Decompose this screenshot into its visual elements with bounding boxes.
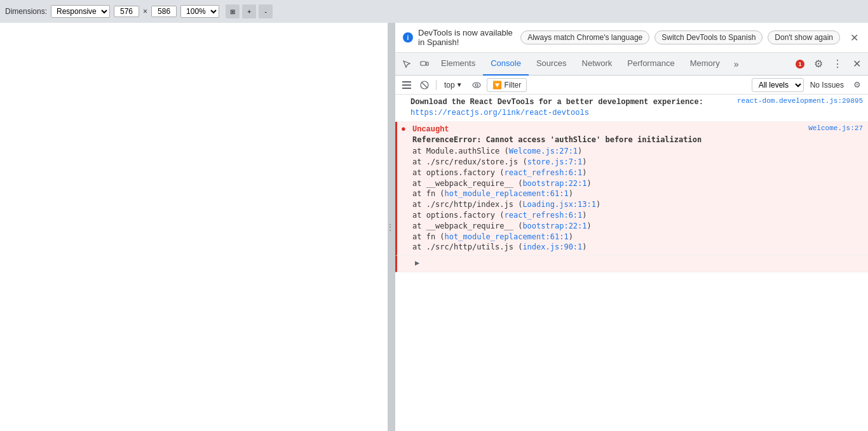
fit-icon[interactable]: ⊞ <box>226 4 240 18</box>
match-language-button[interactable]: Always match Chrome's language <box>520 30 649 44</box>
toolbar-separator-1 <box>436 80 437 90</box>
dimension-separator: × <box>143 7 147 16</box>
expand-content: ▶ <box>410 257 868 270</box>
dismiss-button[interactable]: Don't show again <box>768 30 840 44</box>
stack-line-1: at Module.authSlice (Welcome.js:27:1) <box>412 146 806 157</box>
zoom-select[interactable]: 100% <box>180 5 219 18</box>
stack-line-3: at options.factory (react_refresh:6:1) <box>412 168 806 178</box>
error-dot-icon: 1 <box>796 60 804 69</box>
clear-console-icon[interactable] <box>417 77 432 93</box>
info-icon: i <box>403 32 413 43</box>
info-row-icon <box>395 96 408 97</box>
svg-rect-1 <box>426 62 428 65</box>
error-location[interactable]: Welcome.js:27 <box>808 123 868 132</box>
stack-link-loading[interactable]: Loading.jsx:13:1 <box>522 200 596 209</box>
stack-link-react-refresh-1[interactable]: react_refresh:6:1 <box>505 168 583 177</box>
console-sidebar-icon[interactable] <box>399 77 414 93</box>
stack-link-bootstrap-2[interactable]: bootstrap:22:1 <box>522 222 587 230</box>
context-chevron-icon: ▼ <box>456 81 463 88</box>
error-text: ReferenceError: Cannot access 'authSlice… <box>412 135 702 144</box>
zoom-out-icon[interactable]: - <box>259 4 273 18</box>
page-content <box>0 23 391 431</box>
console-expand-row: ▶ <box>395 256 868 272</box>
console-settings-icon[interactable]: ⚙ <box>850 78 864 92</box>
notification-bar: i DevTools is now available in Spanish! … <box>395 23 868 53</box>
tab-network[interactable]: Network <box>574 53 620 76</box>
stack-line-9: at fn (hot_module_replacement:61:1) <box>412 232 806 242</box>
react-devtools-location[interactable]: react-dom.development.js:29895 <box>737 96 868 105</box>
devtools-tab-bar: Elements Console Sources Network Perform… <box>395 53 868 76</box>
stack-link-index[interactable]: index.js:90:1 <box>522 242 582 251</box>
filter-icon: 🔽 <box>492 81 502 90</box>
svg-point-7 <box>473 83 480 88</box>
console-output: Download the React DevTools for a better… <box>395 95 868 431</box>
svg-rect-3 <box>402 84 411 86</box>
stack-line-2: at ./src/redux/store.js (store.js:7:1) <box>412 157 806 168</box>
svg-point-8 <box>475 84 478 86</box>
svg-line-6 <box>422 83 427 88</box>
stack-link-store[interactable]: store.js:7:1 <box>527 157 583 166</box>
zoom-in-icon[interactable]: + <box>242 4 256 18</box>
console-row-error: ● Uncaught ReferenceError: Cannot access… <box>395 122 868 256</box>
stack-line-7: at options.factory (react_refresh:6:1) <box>412 210 806 221</box>
stack-line-6: at ./src/http/index.js (Loading.jsx:13:1… <box>412 199 806 210</box>
console-row-react-devtools: Download the React DevTools for a better… <box>395 95 868 122</box>
context-selector[interactable]: top ▼ <box>440 79 466 91</box>
console-toolbar: top ▼ 🔽 Filter All levels No Is <box>395 76 868 95</box>
more-tabs-icon[interactable]: » <box>728 55 745 73</box>
filter-input[interactable]: 🔽 Filter <box>487 78 527 92</box>
responsive-preset-select[interactable]: Responsive <box>51 5 110 18</box>
height-input[interactable] <box>151 6 177 17</box>
close-notification-icon[interactable]: ✕ <box>848 31 860 44</box>
notification-text: DevTools is now available in Spanish! <box>418 28 515 47</box>
viewport-resize-handle[interactable]: ⋮ <box>388 23 391 431</box>
error-circle-icon: ● <box>401 124 406 134</box>
stack-line-10: at ./src/http/utils.js (index.js:90:1) <box>412 242 806 253</box>
expand-button[interactable]: ▶ <box>412 258 422 269</box>
devtools-action-buttons: 1 ⚙ ⋮ ✕ <box>792 55 865 73</box>
tab-performance[interactable]: Performance <box>620 53 682 76</box>
devtools-panel: i DevTools is now available in Spanish! … <box>395 23 868 431</box>
stack-line-5: at fn (hot_module_replacement:61:1) <box>412 189 806 199</box>
dimensions-label: Dimensions: <box>5 7 47 16</box>
settings-icon[interactable]: ⚙ <box>810 55 827 73</box>
tab-elements[interactable]: Elements <box>433 53 483 76</box>
device-toggle-icon[interactable] <box>416 55 433 73</box>
stack-link-react-refresh-2[interactable]: react_refresh:6:1 <box>505 211 583 220</box>
more-options-icon[interactable]: ⋮ <box>829 55 846 73</box>
error-message-content: Uncaught ReferenceError: Cannot access '… <box>410 123 808 255</box>
stack-line-4: at __webpack_require__ (bootstrap:22:1) <box>412 178 806 189</box>
switch-language-button[interactable]: Switch DevTools to Spanish <box>654 30 763 44</box>
filter-label: Filter <box>505 81 522 90</box>
svg-rect-0 <box>421 62 426 65</box>
tab-sources[interactable]: Sources <box>529 53 574 76</box>
tab-memory[interactable]: Memory <box>682 53 728 76</box>
error-row-icon: ● <box>397 123 410 134</box>
react-devtools-message: Download the React DevTools for a better… <box>408 96 737 120</box>
inspect-element-icon[interactable] <box>398 55 416 73</box>
tab-console[interactable]: Console <box>483 53 529 76</box>
error-count-badge[interactable]: 1 <box>792 58 808 70</box>
resize-indicator: ⋮ <box>386 222 392 232</box>
stack-link-hmr-2[interactable]: hot_module_replacement:61:1 <box>445 232 569 241</box>
stack-link-bootstrap-1[interactable]: bootstrap:22:1 <box>522 179 587 188</box>
browser-toolbar: Dimensions: Responsive × 100% ⊞ + - <box>0 0 868 23</box>
uncaught-label: Uncaught <box>412 125 449 134</box>
eye-icon[interactable] <box>469 77 484 93</box>
log-levels-select[interactable]: All levels <box>752 78 804 92</box>
svg-rect-2 <box>402 81 411 83</box>
no-issues-text: No Issues <box>806 79 848 91</box>
width-input[interactable] <box>114 6 139 17</box>
close-devtools-icon[interactable]: ✕ <box>848 55 865 73</box>
expand-row-icon <box>397 257 410 258</box>
stack-line-8: at __webpack_require__ (bootstrap:22:1) <box>412 221 806 232</box>
browser-viewport: ⋮ <box>0 23 392 431</box>
stack-link-hmr-1[interactable]: hot_module_replacement:61:1 <box>445 189 569 198</box>
svg-rect-4 <box>402 88 411 89</box>
react-devtools-text: Download the React DevTools for a better… <box>410 98 703 107</box>
stack-link-welcome[interactable]: Welcome.js:27:1 <box>509 147 578 156</box>
react-devtools-link[interactable]: https://reactjs.org/link/react-devtools <box>410 109 589 117</box>
